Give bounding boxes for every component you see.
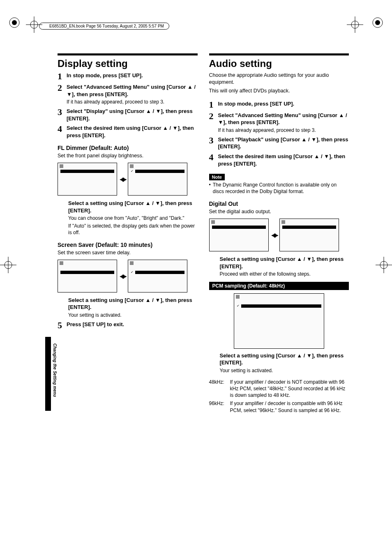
page-content: Display setting 1 In stop mode, press [S… bbox=[0, 0, 392, 438]
step-text: Select "Advanced Setting Menu" using [Cu… bbox=[218, 112, 349, 126]
instruction-sub: If "Auto" is selected, the display gets … bbox=[68, 223, 198, 236]
screenshot-pair: ◀▶ bbox=[209, 219, 349, 251]
rule bbox=[58, 53, 198, 55]
step-number: 4 bbox=[58, 124, 63, 139]
step-3: 3 Select "Playback" using [Cursor ▲ / ▼]… bbox=[209, 136, 349, 150]
instruction-block: Select a setting using [Cursor ▲ / ▼], t… bbox=[220, 256, 349, 277]
instruction-text: Select a setting using [Cursor ▲ / ▼], t… bbox=[220, 352, 349, 366]
step-number: 5 bbox=[58, 321, 63, 330]
step-text: Select "Display" using [Cursor ▲ / ▼], t… bbox=[67, 108, 198, 122]
chapter-tab bbox=[45, 337, 51, 411]
arrow-left-right-icon: ◀▶ bbox=[120, 176, 125, 182]
playback-icon bbox=[211, 220, 215, 224]
step-2: 2 Select "Advanced Setting Menu" using [… bbox=[58, 83, 198, 105]
step-number: 4 bbox=[209, 153, 215, 167]
playback-icon bbox=[281, 220, 285, 224]
note-text: The Dynamic Range Control function is av… bbox=[213, 182, 349, 195]
instruction-sub: Proceed with either of the following ste… bbox=[220, 271, 349, 277]
step-4: 4 Select the desired item using [Cursor … bbox=[58, 124, 198, 139]
arrow-left-right-icon: ◀▶ bbox=[120, 273, 125, 279]
check-icon: ✔ bbox=[131, 170, 134, 173]
check-icon: ✔ bbox=[237, 304, 240, 308]
desc-text: Set the front panel display brightness. bbox=[58, 152, 198, 159]
instruction-block: Select a setting using [Cursor ▲ / ▼], t… bbox=[68, 200, 198, 236]
definition-value: If your amplifier / decoder is compatibl… bbox=[230, 400, 349, 413]
rule bbox=[209, 53, 349, 55]
screenshot-pair: ◀▶ ✔ bbox=[58, 260, 198, 292]
instruction-text: Select a setting using [Cursor ▲ / ▼], t… bbox=[220, 256, 349, 270]
step-subtext: If it has already appeared, proceed to s… bbox=[218, 127, 349, 134]
step-text: Select "Advanced Setting Menu" using [Cu… bbox=[67, 83, 198, 98]
ui-screenshot bbox=[58, 163, 117, 196]
note-label: Note bbox=[209, 174, 225, 180]
definition-row: 96kHz: If your amplifier / decoder is co… bbox=[209, 400, 349, 413]
bullet-icon: • bbox=[209, 182, 211, 195]
step-text: In stop mode, press [SET UP]. bbox=[218, 100, 349, 108]
step-3: 3 Select "Display" using [Cursor ▲ / ▼],… bbox=[58, 108, 198, 122]
step-5: 5 Press [SET UP] to exit. bbox=[58, 321, 198, 330]
step-1: 1 In stop mode, press [SET UP]. bbox=[209, 100, 349, 109]
instruction-sub: Your setting is activated. bbox=[68, 312, 198, 318]
check-icon: ✔ bbox=[131, 271, 134, 274]
step-text: Select the desired item using [Cursor ▲ … bbox=[218, 153, 349, 167]
display-icon bbox=[130, 261, 134, 265]
subhead-digital-out: Digital Out bbox=[209, 200, 349, 207]
ui-screenshot bbox=[58, 260, 117, 292]
intro-text: Choose the appropriate Audio settings fo… bbox=[209, 72, 349, 86]
screenshot-single: ✔ bbox=[209, 293, 349, 349]
desc-text: Set the screen saver time delay. bbox=[58, 249, 198, 256]
subhead-fl-dimmer: FL Dimmer (Default: Auto) bbox=[58, 145, 198, 151]
step-number: 3 bbox=[209, 136, 215, 150]
display-icon bbox=[60, 261, 63, 265]
instruction-block: Select a setting using [Cursor ▲ / ▼], t… bbox=[220, 352, 349, 374]
section-title-display: Display setting bbox=[58, 58, 198, 69]
column-right: Audio setting Choose the appropriate Aud… bbox=[209, 53, 349, 414]
screenshot-pair: ◀▶ ✔ bbox=[58, 163, 198, 196]
step-number: 1 bbox=[58, 72, 63, 81]
instruction-text: Select a setting using [Cursor ▲ / ▼], t… bbox=[68, 297, 198, 311]
ui-screenshot bbox=[209, 219, 269, 251]
definition-value: If your amplifier / decoder is NOT compa… bbox=[230, 379, 349, 399]
step-text: Select "Playback" using [Cursor ▲ / ▼], … bbox=[218, 136, 349, 150]
step-1: 1 In stop mode, press [SET UP]. bbox=[58, 72, 198, 81]
definition-row: 48kHz: If your amplifier / decoder is NO… bbox=[209, 379, 349, 399]
step-subtext: If it has already appeared, proceed to s… bbox=[67, 99, 198, 105]
chapter-tab-text: Changing the Setting menu bbox=[53, 343, 57, 397]
intro-text: This will only affect DVDs playback. bbox=[209, 88, 349, 94]
display-icon bbox=[60, 164, 63, 168]
instruction-sub: Your setting is activated. bbox=[220, 367, 349, 374]
arrow-left-right-icon: ◀▶ bbox=[271, 232, 277, 238]
step-text: Select the desired item using [Cursor ▲ … bbox=[67, 124, 198, 139]
subhead-screen-saver: Screen Saver (Default: 10 minutes) bbox=[58, 242, 198, 248]
print-header-text: E6851BD_EN.book Page 56 Tuesday, August … bbox=[49, 24, 164, 28]
section-title-audio: Audio setting bbox=[209, 58, 349, 69]
playback-icon bbox=[236, 295, 240, 299]
ui-screenshot: ✔ bbox=[128, 163, 187, 196]
step-text: Press [SET UP] to exit. bbox=[67, 321, 198, 328]
print-header: E6851BD_EN.book Page 56 Tuesday, August … bbox=[39, 23, 169, 30]
ui-screenshot: ✔ bbox=[128, 260, 187, 292]
ui-screenshot: ✔ bbox=[234, 293, 324, 349]
step-number: 2 bbox=[209, 112, 215, 134]
instruction-sub: You can choose one from "Auto", "Bright"… bbox=[68, 215, 198, 221]
desc-text: Set the digital audio output. bbox=[209, 208, 349, 215]
instruction-text: Select a setting using [Cursor ▲ / ▼], t… bbox=[68, 200, 198, 214]
step-number: 3 bbox=[58, 108, 63, 122]
note-bullet: • The Dynamic Range Control function is … bbox=[209, 182, 349, 195]
instruction-block: Select a setting using [Cursor ▲ / ▼], t… bbox=[68, 297, 198, 318]
column-left: Display setting 1 In stop mode, press [S… bbox=[58, 53, 198, 414]
step-4: 4 Select the desired item using [Cursor … bbox=[209, 153, 349, 167]
subsection-bar-pcm: PCM sampling (Default: 48kHz) bbox=[209, 282, 349, 290]
step-number: 2 bbox=[58, 83, 63, 105]
ui-screenshot bbox=[279, 219, 339, 251]
display-icon bbox=[130, 164, 134, 168]
definition-key: 96kHz: bbox=[209, 400, 228, 413]
definition-key: 48kHz: bbox=[209, 379, 228, 399]
step-2: 2 Select "Advanced Setting Menu" using [… bbox=[209, 112, 349, 134]
step-number: 1 bbox=[209, 100, 215, 109]
step-text: In stop mode, press [SET UP]. bbox=[67, 72, 198, 79]
